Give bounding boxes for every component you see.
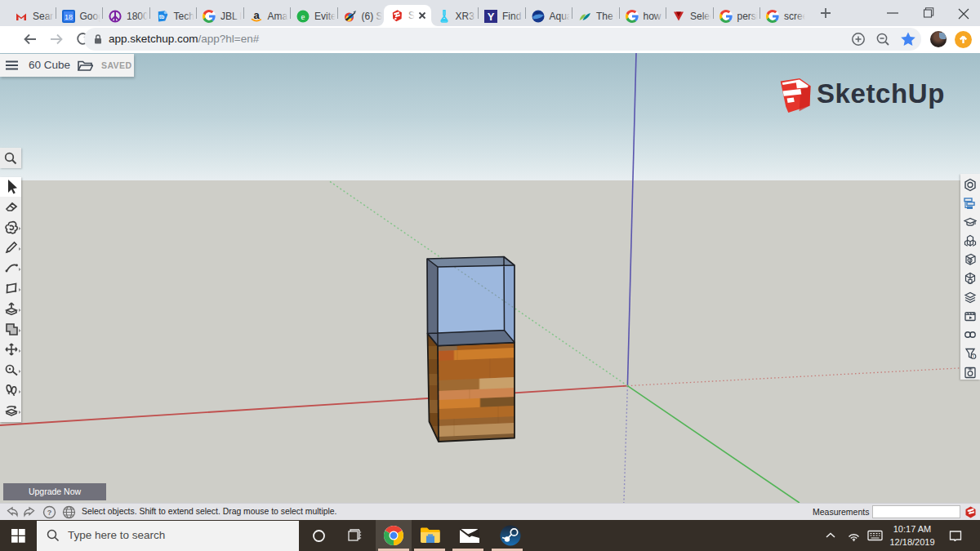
svg-text:i: i [973,354,973,358]
svg-text:e: e [301,11,305,21]
svg-text:18: 18 [64,13,72,21]
svg-text:?: ? [47,509,52,517]
svg-text:Y: Y [488,11,495,23]
svg-text:tb: tb [158,14,164,20]
svg-text:a: a [253,10,260,21]
